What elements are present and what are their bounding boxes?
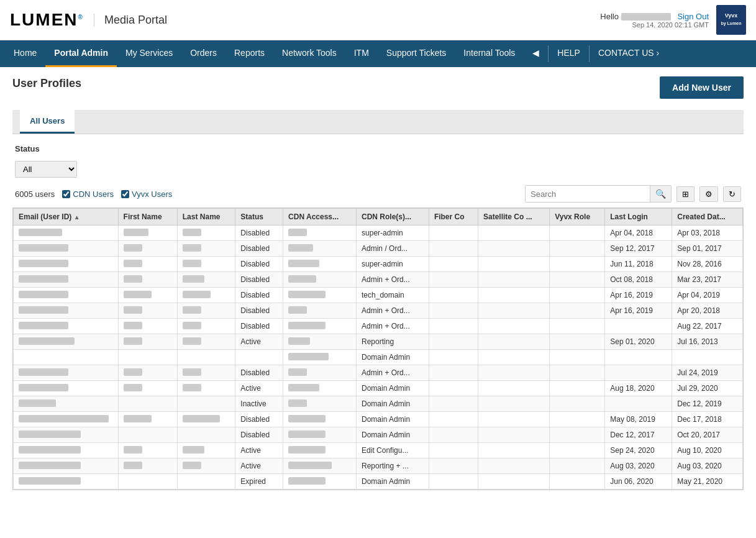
nav-help[interactable]: HELP bbox=[549, 40, 589, 67]
email-link[interactable]: ████████@guy.com bbox=[19, 306, 68, 315]
table-cell: ████████@guy.com bbox=[14, 272, 119, 288]
table-cell: █ bbox=[177, 303, 235, 319]
nav-portal-admin[interactable]: Portal Admin bbox=[45, 40, 117, 67]
col-last-name[interactable]: Last Name bbox=[177, 209, 235, 226]
table-cell: Mar 23, 2017 bbox=[672, 272, 743, 288]
add-new-user-button[interactable]: Add New User bbox=[660, 76, 744, 99]
col-vyvx-role[interactable]: Vyvx Role bbox=[550, 209, 605, 226]
table-cell bbox=[550, 458, 605, 474]
table-row: ████████@reports.com█████████████Active█… bbox=[14, 443, 743, 458]
email-link[interactable]: ████████@gmail.com bbox=[19, 337, 75, 346]
cdn-users-checkbox-label[interactable]: CDN Users bbox=[62, 189, 114, 199]
grid-view-button[interactable]: ⊞ bbox=[676, 186, 695, 202]
email-link[interactable]: ████████@██ bbox=[19, 399, 56, 408]
col-satellite[interactable]: Satellite Co ... bbox=[478, 209, 549, 226]
cdn-users-checkbox[interactable] bbox=[62, 190, 70, 198]
settings-button[interactable]: ⚙ bbox=[699, 186, 718, 202]
email-link[interactable]: ████████@reports.com bbox=[19, 446, 81, 455]
users-count: 6005 users bbox=[15, 189, 55, 199]
col-cdn-role[interactable]: CDN Role(s)... bbox=[357, 209, 429, 226]
nav-network-tools[interactable]: Network Tools bbox=[273, 40, 345, 67]
nav-itm[interactable]: ITM bbox=[345, 40, 378, 67]
cdn-users-label: CDN Users bbox=[73, 189, 114, 199]
vyvx-users-checkbox[interactable] bbox=[121, 190, 129, 198]
email-link[interactable]: ████████@organic.net bbox=[19, 462, 81, 470]
table-cell bbox=[550, 474, 605, 490]
table-cell bbox=[478, 334, 549, 350]
table-row: █████████@entity.netExpired████████ ███D… bbox=[14, 474, 743, 490]
table-cell bbox=[478, 350, 549, 365]
table-cell bbox=[118, 427, 177, 443]
table-body: ██████@guy.com███████████Disabled███supe… bbox=[14, 226, 743, 490]
table-cell bbox=[605, 365, 672, 381]
table-cell bbox=[605, 396, 672, 412]
table-cell bbox=[478, 396, 549, 412]
refresh-button[interactable]: ↻ bbox=[723, 186, 741, 202]
table-cell bbox=[478, 257, 549, 272]
email-link[interactable]: ████████@guy.com bbox=[19, 384, 68, 393]
table-cell bbox=[478, 412, 549, 427]
col-first-name[interactable]: First Name bbox=[118, 209, 177, 226]
table-cell: ██ bbox=[177, 319, 235, 334]
table-cell: ███████ bbox=[283, 334, 357, 350]
status-select[interactable]: All Active Disabled Inactive Expired bbox=[15, 161, 77, 178]
email-link[interactable]: ████████@company.com bbox=[19, 431, 81, 439]
table-cell: ██████ bbox=[177, 381, 235, 396]
table-cell bbox=[429, 288, 478, 303]
table-cell: Domain Admin bbox=[357, 412, 429, 427]
table-cell: Admin + Ord... bbox=[357, 319, 429, 334]
table-cell: ██████ bbox=[118, 443, 177, 458]
top-header: LUMEN® Media Portal Hello Sign Out Sep 1… bbox=[0, 0, 756, 40]
vyvx-users-checkbox-label[interactable]: Vyvx Users bbox=[121, 189, 172, 199]
table-cell: ████ bbox=[283, 303, 357, 319]
table-row: █████████@company-telecom.com███████████… bbox=[14, 412, 743, 427]
table-cell bbox=[550, 288, 605, 303]
table-cell: May 08, 2019 bbox=[605, 412, 672, 427]
nav-contact-us[interactable]: CONTACT US › bbox=[590, 40, 668, 67]
table-cell: ████████@gmail.com bbox=[14, 334, 119, 350]
nav-orders[interactable]: Orders bbox=[181, 40, 225, 67]
email-link[interactable]: █████████@company-telecom.com bbox=[19, 415, 109, 424]
email-link[interactable]: ████████@guy.com bbox=[19, 368, 68, 377]
table-cell bbox=[550, 412, 605, 427]
table-cell bbox=[550, 241, 605, 257]
nav-internal-tools[interactable]: Internal Tools bbox=[455, 40, 524, 67]
email-link[interactable]: ████████@guy.com bbox=[19, 322, 68, 331]
table-scroll[interactable]: Email (User ID) ▲ First Name Last Name S… bbox=[13, 208, 743, 490]
table-cell: Inactive bbox=[235, 396, 283, 412]
col-fiber[interactable]: Fiber Co bbox=[429, 209, 478, 226]
email-link[interactable]: ██████@guy.com bbox=[19, 229, 62, 237]
col-email[interactable]: Email (User ID) ▲ bbox=[14, 209, 119, 226]
col-last-login[interactable]: Last Login bbox=[605, 209, 672, 226]
col-created[interactable]: Created Dat... bbox=[672, 209, 743, 226]
table-cell bbox=[478, 319, 549, 334]
table-cell bbox=[478, 241, 549, 257]
table-cell bbox=[672, 350, 743, 365]
tab-all-users[interactable]: All Users bbox=[20, 110, 75, 134]
nav-reports[interactable]: Reports bbox=[225, 40, 273, 67]
col-status[interactable]: Status bbox=[235, 209, 283, 226]
col-cdn-access[interactable]: CDN Access... bbox=[283, 209, 357, 226]
email-link[interactable]: ████████@guy.com bbox=[19, 260, 68, 268]
table-cell: Disabled bbox=[235, 319, 283, 334]
search-button[interactable]: 🔍 bbox=[650, 186, 671, 202]
email-link[interactable]: ████████@guy.com bbox=[19, 244, 68, 253]
search-input[interactable] bbox=[526, 186, 650, 202]
table-cell: Aug 10, 2020 bbox=[672, 443, 743, 458]
table-row: ████████@guy.com████Disabled████████████… bbox=[14, 319, 743, 334]
nav-home[interactable]: Home bbox=[5, 40, 45, 67]
table-row: ███████████ █Domain Admin bbox=[14, 350, 743, 365]
email-link[interactable]: █████████@entity.net bbox=[19, 477, 81, 486]
table-cell: ████████@██ bbox=[14, 396, 119, 412]
sign-out-link[interactable]: Sign Out bbox=[677, 12, 709, 21]
table-cell bbox=[177, 474, 235, 490]
table-cell bbox=[429, 257, 478, 272]
nav-my-services[interactable]: My Services bbox=[117, 40, 181, 67]
toolbar-left: 6005 users CDN Users Vyvx Users bbox=[15, 189, 172, 199]
nav-more[interactable]: ◀ bbox=[524, 40, 548, 67]
email-link[interactable]: ████████@guy.com bbox=[19, 275, 68, 284]
table-cell bbox=[429, 458, 478, 474]
email-link[interactable]: ████████@guy.com bbox=[19, 291, 68, 299]
table-cell: Aug 03, 2020 bbox=[672, 458, 743, 474]
nav-support-tickets[interactable]: Support Tickets bbox=[378, 40, 455, 67]
